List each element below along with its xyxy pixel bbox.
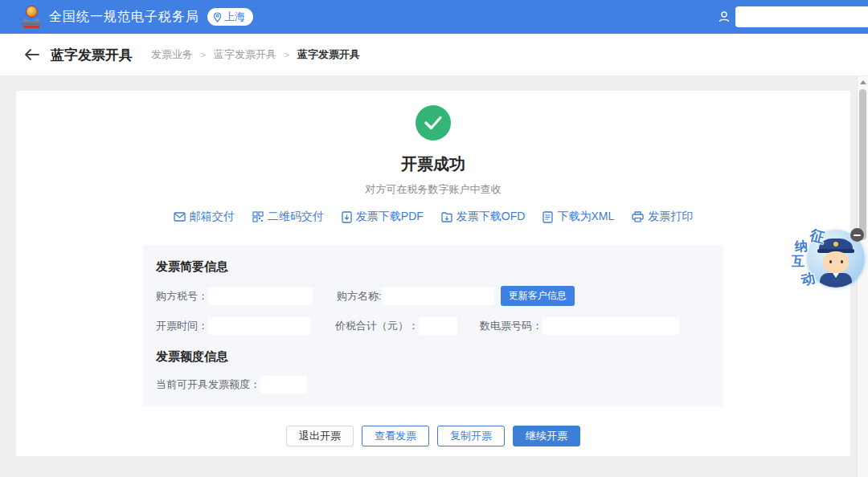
breadcrumb-item-blue-invoice[interactable]: 蓝字发票开具 [214,47,276,62]
buyer-name-value [382,287,494,305]
breadcrumb-item-current: 蓝字发票开具 [297,47,360,62]
user-icon [718,10,731,23]
action-label: 二维码交付 [268,210,324,224]
action-qrcode-delivery[interactable]: 二维码交付 [252,210,324,224]
mail-icon [174,212,186,222]
buyer-name-label: 购方名称: [337,289,382,304]
invoice-summary-row-2: 开票时间： 价税合计（元）： 数电票号码： [156,317,710,335]
content-card: 开票成功 对方可在税务数字账户中查收 邮箱交付 二维码交付 [16,91,850,456]
digital-invoice-no-value [542,317,679,335]
quota-section-title: 发票额度信息 [156,349,710,365]
issue-time-label: 开票时间： [156,319,208,333]
action-download-xml[interactable]: 下载为XML [542,210,614,224]
view-invoice-button[interactable]: 查看发票 [362,426,429,446]
copy-invoice-button[interactable]: 复制开票 [437,426,505,446]
digital-invoice-no-label: 数电票号码： [480,319,542,333]
issue-time-value [208,317,311,335]
widget-char: 互 [792,254,805,271]
action-email-delivery[interactable]: 邮箱交付 [174,210,235,224]
total-with-tax-label: 价税合计（元）： [335,319,419,333]
current-quota-value [260,376,307,393]
back-button[interactable] [24,49,39,60]
action-label: 下载为XML [557,210,614,224]
breadcrumb-separator: ＞ [282,48,292,62]
back-arrow-icon [24,49,39,60]
app-header: 全国统一规范电子税务局 上海 [0,0,868,34]
invoice-info-panel: 发票简要信息 购方税号： 购方名称: 更新客户信息 开票时间： 价税合计（元）：… [143,245,723,406]
collapse-widget-button[interactable] [850,228,864,242]
action-label: 邮箱交付 [190,210,235,224]
buyer-tax-no-label: 购方税号： [156,289,208,304]
action-download-ofd[interactable]: 发票下载OFD [441,210,526,224]
success-title: 开票成功 [401,153,465,175]
breadcrumb-item-invoice-business[interactable]: 发票业务 [151,47,193,62]
breadcrumb-bar: 蓝字发票开具 发票业务 ＞ 蓝字发票开具 ＞ 蓝字发票开具 [0,34,868,76]
scrollbar-thumb[interactable] [859,89,866,240]
breadcrumb: 发票业务 ＞ 蓝字发票开具 ＞ 蓝字发票开具 [149,47,362,62]
user-info-box[interactable] [735,6,868,27]
quota-row: 当前可开具发票额度： [156,376,710,393]
exit-invoicing-button[interactable]: 退出开票 [286,426,354,446]
buyer-tax-no-value [208,287,313,305]
action-label: 发票打印 [648,210,693,224]
main-content: 开票成功 对方可在税务数字账户中查收 邮箱交付 二维码交付 [0,76,857,477]
current-quota-label: 当前可开具发票额度： [156,377,260,392]
location-label: 上海 [224,10,245,24]
update-customer-button[interactable]: 更新客户信息 [501,286,575,306]
qrcode-icon [252,211,264,222]
file-pdf-icon [342,211,352,223]
location-pin-icon [213,12,222,22]
printer-icon [632,211,644,222]
file-ofd-icon [441,211,452,222]
total-with-tax-value [419,317,457,335]
invoice-summary-row-1: 购方税号： 购方名称: 更新客户信息 [156,286,710,306]
minus-icon [854,234,861,236]
scrollbar-up-arrow[interactable] [860,80,866,84]
action-links: 邮箱交付 二维码交付 发票下载PDF [165,210,702,224]
location-badge[interactable]: 上海 [207,8,253,26]
action-label: 发票下载OFD [457,210,526,224]
app-title: 全国统一规范电子税务局 [49,9,199,26]
tax-bureau-logo-icon [21,6,42,31]
page-title: 蓝字发票开具 [51,46,133,64]
action-label: 发票下载PDF [356,210,424,224]
invoice-summary-section-title: 发票简要信息 [156,259,710,275]
action-print-invoice[interactable]: 发票打印 [632,210,693,224]
file-xml-icon [542,211,553,223]
continue-invoicing-button[interactable]: 继续开票 [513,426,580,446]
footer-buttons: 退出开票 查看发票 复制开票 继续开票 [282,426,584,446]
breadcrumb-separator: ＞ [199,48,208,62]
success-icon [416,105,451,141]
success-subtitle: 对方可在税务数字账户中查收 [366,182,502,197]
action-download-pdf[interactable]: 发票下载PDF [342,210,424,224]
